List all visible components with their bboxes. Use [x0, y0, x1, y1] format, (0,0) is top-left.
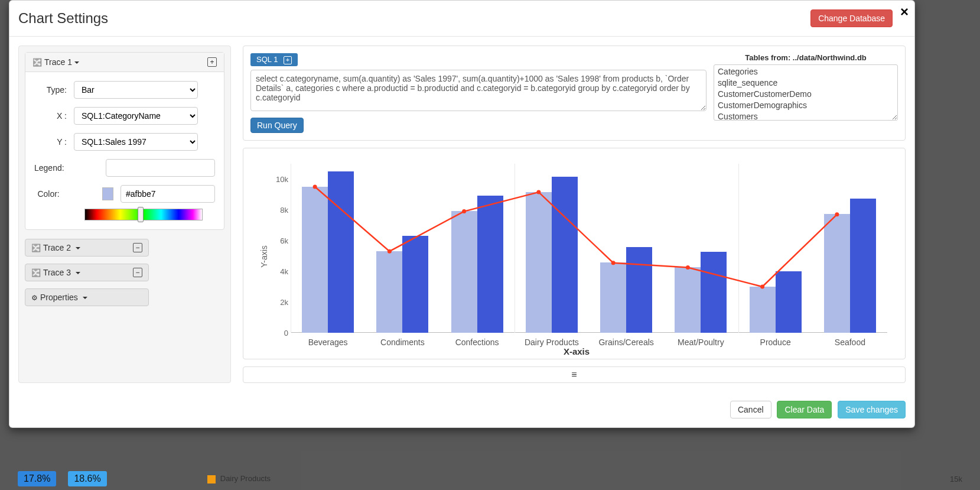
x-tick-label: Seafood	[835, 338, 865, 347]
color-input[interactable]	[121, 185, 215, 203]
sql-query-textarea[interactable]: select c.categoryname, sum(a.quantity) a…	[250, 70, 706, 111]
table-item[interactable]: Categories	[718, 66, 894, 77]
caret-down-icon	[76, 247, 80, 249]
sliders-icon	[31, 293, 40, 302]
chart-preview-panel: Y-axis 02k4k6k8k10kBeveragesCondimentsCo…	[243, 148, 906, 359]
svg-point-2	[462, 209, 466, 213]
x-axis-label: X-axis	[564, 346, 590, 356]
x-tick-label: Confections	[455, 338, 499, 347]
table-item[interactable]: CustomerDemographics	[718, 100, 894, 111]
color-label: Color:	[34, 189, 60, 199]
y-tick-label: 6k	[268, 236, 288, 245]
chart-line-overlay	[291, 164, 887, 333]
clear-data-button[interactable]: Clear Data	[777, 401, 832, 418]
trace-type-select[interactable]: Bar	[74, 81, 198, 99]
svg-point-4	[611, 261, 616, 265]
trace-3-header[interactable]: Trace 3	[25, 264, 149, 281]
legend-label: Legend:	[34, 163, 64, 173]
table-item[interactable]: CustomerCustomerDemo	[718, 89, 894, 100]
x-label: X :	[34, 111, 67, 121]
modal-header: Chart Settings Change Database ×	[9, 1, 914, 37]
x-tick-label: Grains/Cereals	[598, 338, 653, 347]
sql-tabs: SQL 1	[250, 53, 706, 66]
right-panel: SQL 1 select c.categoryname, sum(a.quant…	[243, 46, 906, 383]
bg-legend-item: Dairy Products	[207, 474, 271, 483]
x-tick-label: Dairy Products	[525, 338, 579, 347]
svg-point-6	[760, 284, 764, 288]
modal-title: Chart Settings	[18, 10, 108, 27]
modal-body: Trace 1 Type: Bar X : SQL1:CategoryName	[9, 37, 914, 392]
svg-point-7	[835, 212, 839, 216]
bg-number: 15k	[950, 475, 962, 483]
bg-percent-1: 17.8%	[18, 471, 56, 486]
sql-tab-1[interactable]: SQL 1	[250, 53, 298, 66]
close-icon[interactable]: ×	[900, 4, 909, 20]
modal-footer: Cancel Clear Data Save changes	[9, 392, 914, 427]
properties-title: Properties	[40, 293, 78, 302]
run-query-button[interactable]: Run Query	[250, 118, 304, 133]
sql-panel: SQL 1 select c.categoryname, sum(a.quant…	[243, 46, 906, 141]
tables-title: Tables from: ../data/Northwind.db	[714, 53, 898, 62]
background-dashboard-peek: 17.8% 18.6% Dairy Products 15k	[18, 471, 962, 486]
y-tick-label: 4k	[268, 267, 288, 275]
svg-point-3	[536, 190, 541, 194]
y-tick-label: 8k	[268, 205, 288, 214]
x-tick-label: Produce	[760, 338, 791, 347]
legend-input[interactable]	[106, 159, 215, 177]
shuffle-icon	[32, 57, 44, 67]
x-tick-label: Condiments	[380, 338, 425, 347]
trace-2-header[interactable]: Trace 2	[25, 239, 149, 257]
trace-1-header[interactable]: Trace 1	[25, 53, 224, 72]
save-changes-button[interactable]: Save changes	[838, 401, 906, 418]
y-tick-label: 0	[268, 328, 288, 337]
svg-point-5	[686, 265, 690, 270]
hue-slider[interactable]	[84, 209, 203, 220]
svg-point-1	[388, 249, 392, 253]
chart-menu-bar[interactable]: ≡	[243, 366, 906, 383]
remove-trace-icon[interactable]	[133, 243, 142, 252]
properties-header[interactable]: Properties	[25, 288, 149, 306]
add-sql-tab-icon[interactable]	[284, 56, 292, 64]
tables-list[interactable]: Categoriessqlite_sequenceCustomerCustome…	[714, 64, 898, 121]
y-tick-label: 2k	[268, 297, 288, 306]
x-tick-label: Beverages	[308, 338, 348, 347]
trace-2-title: Trace 2	[43, 243, 71, 252]
add-trace-icon[interactable]	[207, 57, 217, 67]
shuffle-icon	[31, 268, 43, 277]
color-swatch[interactable]	[102, 187, 113, 200]
cancel-button[interactable]: Cancel	[730, 401, 771, 418]
x-tick-label: Meat/Poultry	[678, 338, 724, 347]
tables-panel: Tables from: ../data/Northwind.db Catego…	[714, 53, 898, 133]
table-item[interactable]: sqlite_sequence	[718, 77, 894, 89]
y-axis-label: Y-axis	[259, 245, 269, 268]
trace-1-panel: Trace 1 Type: Bar X : SQL1:CategoryName	[25, 52, 224, 230]
caret-down-icon	[74, 61, 79, 64]
caret-down-icon	[83, 297, 87, 299]
svg-point-0	[313, 184, 317, 189]
chart-plot: 02k4k6k8k10kBeveragesCondimentsConfectio…	[291, 164, 887, 333]
shuffle-icon	[31, 243, 43, 252]
hue-slider-handle[interactable]	[138, 207, 144, 222]
square-icon	[207, 475, 216, 483]
trace-3-title: Trace 3	[43, 268, 71, 277]
chart-area: Y-axis 02k4k6k8k10kBeveragesCondimentsCo…	[263, 159, 890, 354]
bg-percent-2: 18.6%	[68, 471, 106, 486]
trace-1-title: Trace 1	[44, 57, 72, 67]
sql-tab-1-label: SQL 1	[256, 55, 278, 64]
y-label: Y :	[34, 137, 67, 147]
type-label: Type:	[34, 85, 67, 95]
change-database-button[interactable]: Change Database	[810, 9, 893, 27]
chart-settings-modal: Chart Settings Change Database × Trace 1…	[9, 0, 915, 428]
trace-y-select[interactable]: SQL1:Sales 1997	[74, 133, 198, 151]
remove-trace-icon[interactable]	[133, 268, 142, 277]
trace-x-select[interactable]: SQL1:CategoryName	[74, 107, 198, 125]
trace-1-body: Type: Bar X : SQL1:CategoryName Y :	[25, 72, 224, 229]
left-settings-panel: Trace 1 Type: Bar X : SQL1:CategoryName	[18, 46, 231, 383]
y-tick-label: 10k	[268, 174, 288, 183]
table-item[interactable]: Customers	[718, 111, 894, 121]
hamburger-icon: ≡	[571, 369, 577, 380]
caret-down-icon	[76, 272, 80, 274]
